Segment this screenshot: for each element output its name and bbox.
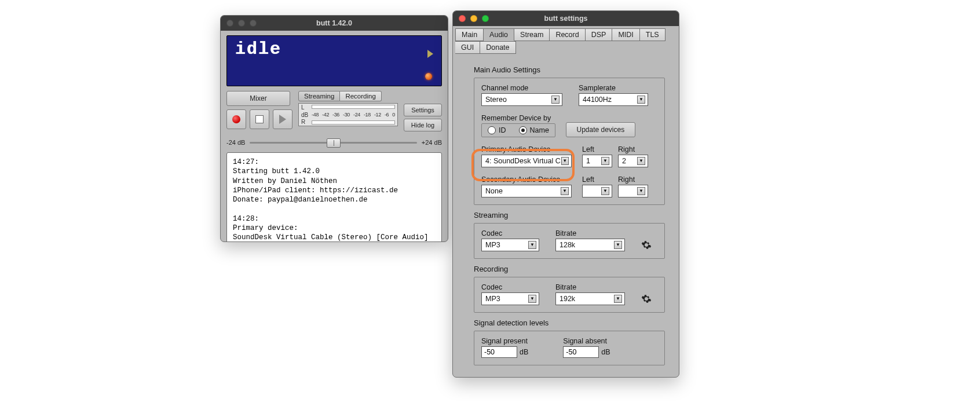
primary-left-label: Left xyxy=(582,145,608,153)
secondary-left-select[interactable]: ▼ xyxy=(582,185,612,197)
play-icon xyxy=(279,115,286,124)
samplerate-label: Samplerate xyxy=(579,84,648,92)
window-zoom-icon[interactable] xyxy=(250,20,257,27)
secondary-device-select[interactable]: None▼ xyxy=(481,185,572,197)
tab-main[interactable]: Main xyxy=(455,28,484,41)
settings-button[interactable]: Settings xyxy=(404,104,442,116)
meter-db-label: dB xyxy=(301,112,308,118)
hide-log-button[interactable]: Hide log xyxy=(404,119,442,131)
gain-min-label: -24 dB xyxy=(226,139,245,146)
record-codec-label: Codec xyxy=(481,283,539,291)
status-text: idle xyxy=(235,39,281,59)
meter-ticks: -48-42-36-30-24-18-12-60 xyxy=(312,112,395,118)
primary-left-select[interactable]: 1▼ xyxy=(582,155,612,167)
record-button[interactable] xyxy=(226,109,246,129)
db-unit: dB xyxy=(520,348,528,356)
chevron-down-icon: ▼ xyxy=(561,187,569,195)
db-unit: dB xyxy=(601,348,610,356)
record-bitrate-label: Bitrate xyxy=(555,283,625,291)
stream-bitrate-label: Bitrate xyxy=(555,229,625,237)
signal-present-label: Signal present xyxy=(481,337,528,345)
level-meter: L dB R -48-42-36-30-24-18-12-60 xyxy=(298,103,398,126)
primary-right-select[interactable]: 2▼ xyxy=(618,155,648,167)
settings-tabs: Main Audio Stream Record DSP MIDI TLS GU… xyxy=(453,26,679,54)
chevron-down-icon: ▼ xyxy=(561,157,569,165)
window-minimize-icon[interactable] xyxy=(238,20,245,27)
chevron-down-icon: ▼ xyxy=(614,241,622,249)
tab-dsp[interactable]: DSP xyxy=(586,28,613,41)
chevron-down-icon: ▼ xyxy=(601,187,609,195)
tab-audio[interactable]: Audio xyxy=(484,28,514,41)
stop-button[interactable] xyxy=(250,109,269,129)
butt-main-window: butt 1.42.0 idle Mixer xyxy=(220,15,448,242)
chevron-down-icon: ▼ xyxy=(637,157,645,165)
window-zoom-icon[interactable] xyxy=(482,15,489,22)
record-codec-select[interactable]: MP3▼ xyxy=(481,292,539,305)
gear-icon xyxy=(641,294,652,304)
play-indicator-icon xyxy=(427,50,433,58)
log-output[interactable]: 14:27: Starting butt 1.42.0 Written by D… xyxy=(226,152,442,242)
signal-absent-label: Signal absent xyxy=(563,337,610,345)
tab-donate[interactable]: Donate xyxy=(480,41,515,54)
signal-absent-input[interactable] xyxy=(563,346,599,358)
stream-codec-select[interactable]: MP3▼ xyxy=(481,239,539,251)
gain-slider[interactable] xyxy=(250,138,416,147)
primary-right-label: Right xyxy=(618,145,643,153)
window-minimize-icon[interactable] xyxy=(470,15,477,22)
chevron-down-icon: ▼ xyxy=(551,96,560,104)
record-settings-gear-button[interactable] xyxy=(641,294,652,304)
tab-stream[interactable]: Stream xyxy=(514,28,550,41)
remember-name-radio[interactable]: Name xyxy=(519,126,549,134)
signal-present-input[interactable] xyxy=(481,346,517,358)
chevron-down-icon: ▼ xyxy=(637,187,645,195)
meter-l-label: L xyxy=(301,104,305,111)
mixer-button[interactable]: Mixer xyxy=(226,91,290,106)
titlebar[interactable]: butt settings xyxy=(453,11,679,26)
update-devices-button[interactable]: Update devices xyxy=(566,122,635,137)
remember-device-label: Remember Device by xyxy=(481,114,555,122)
play-button[interactable] xyxy=(273,109,292,129)
slider-thumb-icon[interactable] xyxy=(327,138,341,148)
heading-signal: Signal detection levels xyxy=(474,319,665,327)
tab-tls[interactable]: TLS xyxy=(640,28,665,41)
gear-icon xyxy=(641,240,652,250)
butt-settings-window: butt settings Main Audio Stream Record D… xyxy=(452,10,679,378)
heading-main-audio: Main Audio Settings xyxy=(474,65,665,74)
stream-bitrate-select[interactable]: 128k▼ xyxy=(555,239,625,251)
tab-midi[interactable]: MIDI xyxy=(612,28,639,41)
record-icon xyxy=(232,115,240,123)
samplerate-select[interactable]: 44100Hz▼ xyxy=(579,93,648,106)
stop-icon xyxy=(255,115,264,123)
meter-r-label: R xyxy=(301,119,305,125)
record-indicator-icon xyxy=(425,73,432,80)
tab-streaming[interactable]: Streaming xyxy=(298,91,340,101)
status-display: idle xyxy=(226,35,442,86)
chevron-down-icon: ▼ xyxy=(528,241,536,249)
secondary-left-label: Left xyxy=(582,175,608,184)
primary-device-label: Primary Audio Device xyxy=(481,145,572,153)
heading-recording: Recording xyxy=(474,265,665,273)
titlebar[interactable]: butt 1.42.0 xyxy=(221,16,448,31)
heading-streaming: Streaming xyxy=(474,211,665,219)
tab-gui[interactable]: GUI xyxy=(455,41,480,54)
secondary-right-label: Right xyxy=(618,175,643,184)
tab-record[interactable]: Record xyxy=(550,28,585,41)
chevron-down-icon: ▼ xyxy=(614,295,622,303)
chevron-down-icon: ▼ xyxy=(637,96,645,104)
chevron-down-icon: ▼ xyxy=(528,295,536,303)
chevron-down-icon: ▼ xyxy=(601,157,609,165)
secondary-right-select[interactable]: ▼ xyxy=(618,185,648,197)
window-close-icon[interactable] xyxy=(226,20,233,27)
stream-settings-gear-button[interactable] xyxy=(641,240,652,250)
remember-id-radio[interactable]: ID xyxy=(488,126,506,134)
gain-max-label: +24 dB xyxy=(422,139,442,146)
record-bitrate-select[interactable]: 192k▼ xyxy=(555,292,625,305)
stream-codec-label: Codec xyxy=(481,229,539,237)
secondary-device-label: Secondary Audio Device xyxy=(481,175,572,184)
channel-mode-select[interactable]: Stereo▼ xyxy=(481,93,562,106)
window-close-icon[interactable] xyxy=(459,15,466,22)
channel-mode-label: Channel mode xyxy=(481,84,562,92)
tab-recording[interactable]: Recording xyxy=(340,91,381,101)
primary-device-select[interactable]: 4: SoundDesk Virtual C..▼ xyxy=(481,155,572,167)
